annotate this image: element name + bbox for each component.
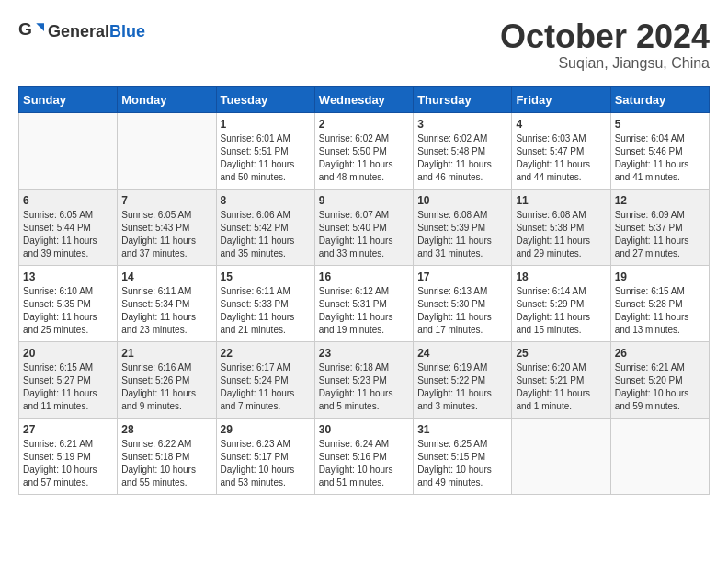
calendar-cell: 16Sunrise: 6:12 AM Sunset: 5:31 PM Dayli… xyxy=(314,265,413,341)
calendar-cell: 4Sunrise: 6:03 AM Sunset: 5:47 PM Daylig… xyxy=(512,112,610,189)
calendar-cell: 9Sunrise: 6:07 AM Sunset: 5:40 PM Daylig… xyxy=(314,189,413,265)
weekday-header-tuesday: Tuesday xyxy=(216,86,314,112)
day-info: Sunrise: 6:13 AM Sunset: 5:30 PM Dayligh… xyxy=(417,285,507,337)
weekday-header-friday: Friday xyxy=(512,86,610,112)
logo-general: General xyxy=(48,22,109,40)
day-number: 20 xyxy=(23,347,113,360)
day-number: 29 xyxy=(221,423,311,436)
calendar-cell: 26Sunrise: 6:21 AM Sunset: 5:20 PM Dayli… xyxy=(610,341,709,418)
day-info: Sunrise: 6:03 AM Sunset: 5:47 PM Dayligh… xyxy=(516,132,606,184)
day-number: 2 xyxy=(319,118,409,131)
day-number: 25 xyxy=(516,347,606,360)
day-info: Sunrise: 6:21 AM Sunset: 5:20 PM Dayligh… xyxy=(615,362,705,413)
day-number: 24 xyxy=(417,347,507,360)
day-info: Sunrise: 6:05 AM Sunset: 5:43 PM Dayligh… xyxy=(121,209,211,260)
day-number: 30 xyxy=(319,423,409,436)
calendar-cell: 24Sunrise: 6:19 AM Sunset: 5:22 PM Dayli… xyxy=(414,341,512,418)
calendar-cell xyxy=(512,418,610,494)
day-info: Sunrise: 6:06 AM Sunset: 5:42 PM Dayligh… xyxy=(221,209,311,260)
calendar-cell: 28Sunrise: 6:22 AM Sunset: 5:18 PM Dayli… xyxy=(118,418,216,494)
month-title: October 2024 xyxy=(500,18,710,55)
day-number: 26 xyxy=(615,347,705,360)
calendar-cell: 25Sunrise: 6:20 AM Sunset: 5:21 PM Dayli… xyxy=(512,341,610,418)
day-info: Sunrise: 6:25 AM Sunset: 5:15 PM Dayligh… xyxy=(417,438,507,489)
day-info: Sunrise: 6:21 AM Sunset: 5:19 PM Dayligh… xyxy=(23,438,113,489)
day-info: Sunrise: 6:20 AM Sunset: 5:21 PM Dayligh… xyxy=(516,362,606,413)
day-number: 21 xyxy=(121,347,211,360)
day-info: Sunrise: 6:18 AM Sunset: 5:23 PM Dayligh… xyxy=(319,362,409,413)
calendar-cell xyxy=(118,112,216,189)
svg-text:G: G xyxy=(18,19,32,39)
day-info: Sunrise: 6:15 AM Sunset: 5:27 PM Dayligh… xyxy=(23,362,113,413)
day-number: 6 xyxy=(23,194,113,207)
calendar-week-row: 27Sunrise: 6:21 AM Sunset: 5:19 PM Dayli… xyxy=(19,418,710,494)
day-number: 3 xyxy=(417,118,507,131)
day-info: Sunrise: 6:08 AM Sunset: 5:39 PM Dayligh… xyxy=(417,209,507,260)
calendar-cell: 13Sunrise: 6:10 AM Sunset: 5:35 PM Dayli… xyxy=(19,265,118,341)
calendar-cell: 11Sunrise: 6:08 AM Sunset: 5:38 PM Dayli… xyxy=(512,189,610,265)
calendar-cell xyxy=(610,418,709,494)
calendar-cell: 1Sunrise: 6:01 AM Sunset: 5:51 PM Daylig… xyxy=(216,112,314,189)
day-number: 12 xyxy=(615,194,705,207)
day-number: 11 xyxy=(516,194,606,207)
day-number: 5 xyxy=(615,118,705,131)
weekday-header-wednesday: Wednesday xyxy=(314,86,413,112)
calendar-cell: 30Sunrise: 6:24 AM Sunset: 5:16 PM Dayli… xyxy=(314,418,413,494)
day-number: 9 xyxy=(319,194,409,207)
calendar-cell: 7Sunrise: 6:05 AM Sunset: 5:43 PM Daylig… xyxy=(118,189,216,265)
location-title: Suqian, Jiangsu, China xyxy=(500,55,710,72)
calendar-week-row: 20Sunrise: 6:15 AM Sunset: 5:27 PM Dayli… xyxy=(19,341,710,418)
day-number: 8 xyxy=(221,194,311,207)
day-info: Sunrise: 6:22 AM Sunset: 5:18 PM Dayligh… xyxy=(121,438,211,489)
day-number: 14 xyxy=(121,270,211,283)
day-number: 7 xyxy=(121,194,211,207)
calendar-cell: 8Sunrise: 6:06 AM Sunset: 5:42 PM Daylig… xyxy=(216,189,314,265)
weekday-header-sunday: Sunday xyxy=(19,86,118,112)
day-number: 4 xyxy=(516,118,606,131)
day-info: Sunrise: 6:19 AM Sunset: 5:22 PM Dayligh… xyxy=(417,362,507,413)
logo-blue: Blue xyxy=(109,22,145,40)
day-info: Sunrise: 6:17 AM Sunset: 5:24 PM Dayligh… xyxy=(221,362,311,413)
logo-icon: G xyxy=(18,18,44,44)
day-info: Sunrise: 6:16 AM Sunset: 5:26 PM Dayligh… xyxy=(121,362,211,413)
day-info: Sunrise: 6:04 AM Sunset: 5:46 PM Dayligh… xyxy=(615,132,705,184)
calendar-cell: 18Sunrise: 6:14 AM Sunset: 5:29 PM Dayli… xyxy=(512,265,610,341)
weekday-header-monday: Monday xyxy=(118,86,216,112)
day-number: 15 xyxy=(221,270,311,283)
day-info: Sunrise: 6:11 AM Sunset: 5:33 PM Dayligh… xyxy=(221,285,311,337)
day-info: Sunrise: 6:05 AM Sunset: 5:44 PM Dayligh… xyxy=(23,209,113,260)
day-number: 28 xyxy=(121,423,211,436)
day-number: 22 xyxy=(221,347,311,360)
calendar-cell: 2Sunrise: 6:02 AM Sunset: 5:50 PM Daylig… xyxy=(314,112,413,189)
day-number: 27 xyxy=(23,423,113,436)
calendar-cell: 31Sunrise: 6:25 AM Sunset: 5:15 PM Dayli… xyxy=(414,418,512,494)
calendar-cell: 22Sunrise: 6:17 AM Sunset: 5:24 PM Dayli… xyxy=(216,341,314,418)
weekday-header-row: SundayMondayTuesdayWednesdayThursdayFrid… xyxy=(19,86,710,112)
calendar-cell: 21Sunrise: 6:16 AM Sunset: 5:26 PM Dayli… xyxy=(118,341,216,418)
day-number: 23 xyxy=(319,347,409,360)
calendar-week-row: 1Sunrise: 6:01 AM Sunset: 5:51 PM Daylig… xyxy=(19,112,710,189)
calendar-cell: 17Sunrise: 6:13 AM Sunset: 5:30 PM Dayli… xyxy=(414,265,512,341)
calendar-cell: 6Sunrise: 6:05 AM Sunset: 5:44 PM Daylig… xyxy=(19,189,118,265)
calendar-cell: 14Sunrise: 6:11 AM Sunset: 5:34 PM Dayli… xyxy=(118,265,216,341)
day-number: 31 xyxy=(417,423,507,436)
svg-marker-1 xyxy=(36,23,44,31)
day-info: Sunrise: 6:11 AM Sunset: 5:34 PM Dayligh… xyxy=(121,285,211,337)
day-number: 19 xyxy=(615,270,705,283)
day-info: Sunrise: 6:07 AM Sunset: 5:40 PM Dayligh… xyxy=(319,209,409,260)
day-number: 17 xyxy=(417,270,507,283)
calendar-cell: 5Sunrise: 6:04 AM Sunset: 5:46 PM Daylig… xyxy=(610,112,709,189)
day-info: Sunrise: 6:08 AM Sunset: 5:38 PM Dayligh… xyxy=(516,209,606,260)
day-info: Sunrise: 6:02 AM Sunset: 5:48 PM Dayligh… xyxy=(417,132,507,184)
day-info: Sunrise: 6:12 AM Sunset: 5:31 PM Dayligh… xyxy=(319,285,409,337)
calendar-cell: 20Sunrise: 6:15 AM Sunset: 5:27 PM Dayli… xyxy=(19,341,118,418)
calendar-cell: 15Sunrise: 6:11 AM Sunset: 5:33 PM Dayli… xyxy=(216,265,314,341)
calendar-cell: 27Sunrise: 6:21 AM Sunset: 5:19 PM Dayli… xyxy=(19,418,118,494)
day-number: 1 xyxy=(221,118,311,131)
weekday-header-thursday: Thursday xyxy=(414,86,512,112)
day-info: Sunrise: 6:15 AM Sunset: 5:28 PM Dayligh… xyxy=(615,285,705,337)
day-number: 16 xyxy=(319,270,409,283)
calendar-cell: 19Sunrise: 6:15 AM Sunset: 5:28 PM Dayli… xyxy=(610,265,709,341)
calendar-cell: 23Sunrise: 6:18 AM Sunset: 5:23 PM Dayli… xyxy=(314,341,413,418)
calendar-cell: 12Sunrise: 6:09 AM Sunset: 5:37 PM Dayli… xyxy=(610,189,709,265)
